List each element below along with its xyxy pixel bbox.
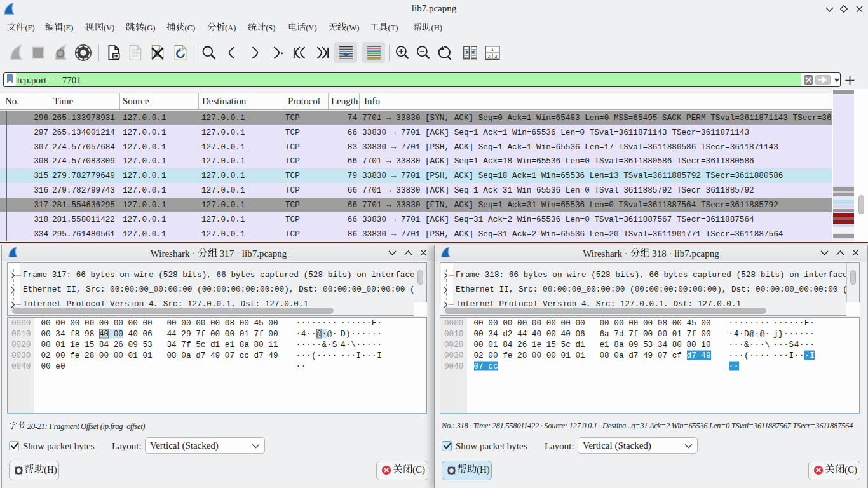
svg-text:0101: 0101 xyxy=(132,55,140,58)
svg-text:1: 1 xyxy=(491,47,494,51)
svg-text:2: 2 xyxy=(488,54,491,58)
svg-text:3: 3 xyxy=(494,54,497,58)
